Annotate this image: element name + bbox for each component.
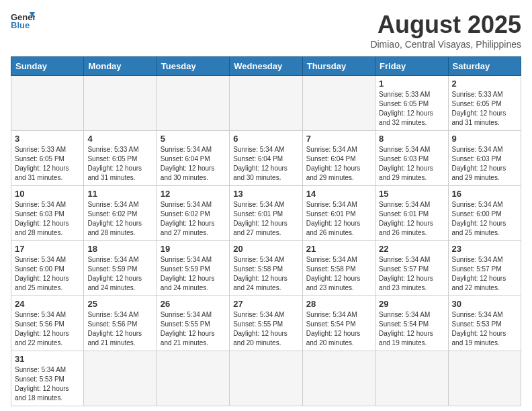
weekday-header-tuesday: Tuesday [157,57,229,76]
calendar-day-28: 28Sunrise: 5:34 AM Sunset: 5:54 PM Dayli… [302,296,375,351]
calendar-day-23: 23Sunrise: 5:34 AM Sunset: 5:57 PM Dayli… [448,241,521,296]
day-number: 18 [87,244,152,254]
calendar-day-empty [448,351,521,406]
calendar-day-22: 22Sunrise: 5:34 AM Sunset: 5:57 PM Dayli… [375,241,448,296]
calendar-day-13: 13Sunrise: 5:34 AM Sunset: 6:01 PM Dayli… [230,186,302,241]
day-number: 31 [15,354,80,364]
calendar-day-2: 2Sunrise: 5:33 AM Sunset: 6:05 PM Daylig… [448,76,521,131]
calendar-day-empty [84,351,157,406]
calendar-day-16: 16Sunrise: 5:34 AM Sunset: 6:00 PM Dayli… [448,186,521,241]
day-number: 28 [306,299,371,309]
day-number: 23 [452,244,517,254]
day-info: Sunrise: 5:34 AM Sunset: 6:03 PM Dayligh… [15,200,80,238]
calendar-day-31: 31Sunrise: 5:34 AM Sunset: 5:53 PM Dayli… [11,351,84,406]
calendar-week-row: 1Sunrise: 5:33 AM Sunset: 6:05 PM Daylig… [11,76,521,131]
day-info: Sunrise: 5:34 AM Sunset: 6:03 PM Dayligh… [379,145,444,183]
day-number: 26 [161,299,226,309]
day-info: Sunrise: 5:34 AM Sunset: 5:54 PM Dayligh… [306,310,371,348]
title-area: August 2025 Dimiao, Central Visayas, Phi… [370,11,521,50]
calendar-day-20: 20Sunrise: 5:34 AM Sunset: 5:58 PM Dayli… [230,241,302,296]
day-info: Sunrise: 5:34 AM Sunset: 6:02 PM Dayligh… [161,200,226,238]
weekday-header-friday: Friday [375,57,448,76]
calendar-day-21: 21Sunrise: 5:34 AM Sunset: 5:58 PM Dayli… [302,241,375,296]
day-info: Sunrise: 5:34 AM Sunset: 5:57 PM Dayligh… [379,255,444,293]
weekday-header-wednesday: Wednesday [230,57,302,76]
calendar-day-6: 6Sunrise: 5:34 AM Sunset: 6:04 PM Daylig… [230,131,302,186]
day-number: 25 [87,299,152,309]
day-info: Sunrise: 5:34 AM Sunset: 6:04 PM Dayligh… [306,145,371,183]
day-number: 11 [87,189,152,199]
calendar-day-5: 5Sunrise: 5:34 AM Sunset: 6:04 PM Daylig… [157,131,229,186]
calendar-day-25: 25Sunrise: 5:34 AM Sunset: 5:56 PM Dayli… [84,296,157,351]
day-number: 19 [161,244,226,254]
day-info: Sunrise: 5:34 AM Sunset: 5:59 PM Dayligh… [161,255,226,293]
day-info: Sunrise: 5:34 AM Sunset: 6:04 PM Dayligh… [233,145,298,183]
calendar-day-empty [230,351,302,406]
weekday-header-sunday: Sunday [11,57,84,76]
calendar-day-7: 7Sunrise: 5:34 AM Sunset: 6:04 PM Daylig… [302,131,375,186]
page-header: General Blue August 2025 Dimiao, Central… [11,11,521,50]
day-info: Sunrise: 5:34 AM Sunset: 6:01 PM Dayligh… [233,200,298,238]
day-info: Sunrise: 5:34 AM Sunset: 5:54 PM Dayligh… [379,310,444,348]
day-number: 17 [15,244,80,254]
day-number: 5 [161,134,226,144]
calendar-day-empty [84,76,157,131]
day-number: 13 [233,189,298,199]
day-number: 1 [379,79,444,89]
calendar-day-10: 10Sunrise: 5:34 AM Sunset: 6:03 PM Dayli… [11,186,84,241]
day-info: Sunrise: 5:34 AM Sunset: 5:59 PM Dayligh… [87,255,152,293]
calendar-week-row: 3Sunrise: 5:33 AM Sunset: 6:05 PM Daylig… [11,131,521,186]
weekday-header-saturday: Saturday [448,57,521,76]
calendar-day-19: 19Sunrise: 5:34 AM Sunset: 5:59 PM Dayli… [157,241,229,296]
month-title: August 2025 [370,11,521,39]
day-number: 2 [452,79,517,89]
logo-icon: General Blue [11,11,35,30]
day-info: Sunrise: 5:34 AM Sunset: 5:58 PM Dayligh… [306,255,371,293]
day-number: 20 [233,244,298,254]
calendar-day-14: 14Sunrise: 5:34 AM Sunset: 6:01 PM Dayli… [302,186,375,241]
calendar-day-18: 18Sunrise: 5:34 AM Sunset: 5:59 PM Dayli… [84,241,157,296]
day-info: Sunrise: 5:33 AM Sunset: 6:05 PM Dayligh… [452,90,517,128]
calendar-day-24: 24Sunrise: 5:34 AM Sunset: 5:56 PM Dayli… [11,296,84,351]
calendar-day-27: 27Sunrise: 5:34 AM Sunset: 5:55 PM Dayli… [230,296,302,351]
day-number: 8 [379,134,444,144]
day-number: 9 [452,134,517,144]
day-info: Sunrise: 5:34 AM Sunset: 5:53 PM Dayligh… [452,310,517,348]
calendar-day-empty [375,351,448,406]
day-info: Sunrise: 5:34 AM Sunset: 6:04 PM Dayligh… [161,145,226,183]
calendar-day-9: 9Sunrise: 5:34 AM Sunset: 6:03 PM Daylig… [448,131,521,186]
calendar-week-row: 31Sunrise: 5:34 AM Sunset: 5:53 PM Dayli… [11,351,521,406]
calendar-week-row: 24Sunrise: 5:34 AM Sunset: 5:56 PM Dayli… [11,296,521,351]
day-number: 3 [15,134,80,144]
calendar-day-empty [230,76,302,131]
day-number: 21 [306,244,371,254]
day-number: 10 [15,189,80,199]
day-number: 12 [161,189,226,199]
calendar-header-row: SundayMondayTuesdayWednesdayThursdayFrid… [11,57,521,76]
day-number: 24 [15,299,80,309]
day-info: Sunrise: 5:34 AM Sunset: 6:01 PM Dayligh… [306,200,371,238]
calendar-day-17: 17Sunrise: 5:34 AM Sunset: 6:00 PM Dayli… [11,241,84,296]
day-number: 27 [233,299,298,309]
calendar-day-30: 30Sunrise: 5:34 AM Sunset: 5:53 PM Dayli… [448,296,521,351]
weekday-header-thursday: Thursday [302,57,375,76]
location-subtitle: Dimiao, Central Visayas, Philippines [370,39,521,50]
day-info: Sunrise: 5:34 AM Sunset: 6:01 PM Dayligh… [379,200,444,238]
day-number: 14 [306,189,371,199]
day-info: Sunrise: 5:34 AM Sunset: 5:55 PM Dayligh… [161,310,226,348]
logo: General Blue [11,11,35,30]
calendar-day-8: 8Sunrise: 5:34 AM Sunset: 6:03 PM Daylig… [375,131,448,186]
day-info: Sunrise: 5:34 AM Sunset: 5:57 PM Dayligh… [452,255,517,293]
svg-text:Blue: Blue [11,20,30,30]
calendar-day-empty [157,351,229,406]
calendar-day-empty [302,351,375,406]
calendar-day-3: 3Sunrise: 5:33 AM Sunset: 6:05 PM Daylig… [11,131,84,186]
calendar-day-empty [11,76,84,131]
day-info: Sunrise: 5:33 AM Sunset: 6:05 PM Dayligh… [15,145,80,183]
day-number: 15 [379,189,444,199]
day-number: 7 [306,134,371,144]
calendar-day-26: 26Sunrise: 5:34 AM Sunset: 5:55 PM Dayli… [157,296,229,351]
day-info: Sunrise: 5:34 AM Sunset: 6:00 PM Dayligh… [452,200,517,238]
calendar-day-29: 29Sunrise: 5:34 AM Sunset: 5:54 PM Dayli… [375,296,448,351]
day-number: 16 [452,189,517,199]
